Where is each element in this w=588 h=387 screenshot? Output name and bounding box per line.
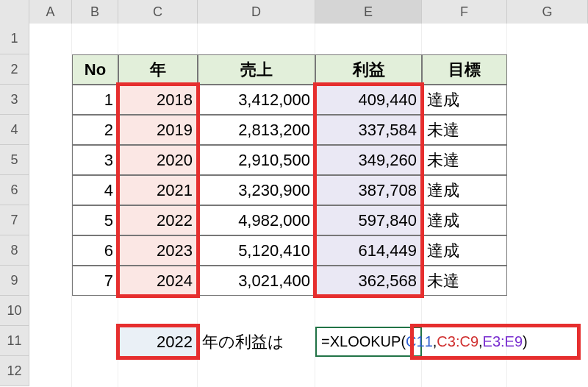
col-header-g[interactable]: G (507, 0, 588, 24)
cell-sales[interactable]: 2,910,500 (198, 145, 315, 175)
cell-no[interactable]: 3 (72, 145, 118, 175)
table-row: 3 2020 2,910,500 349,260 未達 (29, 145, 588, 175)
cell-target[interactable]: 未達 (422, 115, 507, 145)
formula-arg1: C11 (406, 333, 433, 350)
col-header-e[interactable]: E (315, 0, 422, 24)
lookup-row: 2022 年の利益は =XLOOKUP(C11,C3:C9,E3:E9) (29, 327, 588, 357)
row-header-3[interactable]: 3 (0, 85, 29, 115)
cell-profit[interactable]: 349,260 (315, 145, 422, 175)
table-row: 1 2018 3,412,000 409,440 達成 (29, 85, 588, 115)
row-header-12[interactable]: 12 (0, 356, 29, 386)
col-header-d[interactable]: D (198, 0, 315, 24)
cell-d11-label[interactable]: 年の利益は (198, 327, 315, 357)
cell-target[interactable]: 未達 (422, 266, 507, 296)
col-header-b[interactable]: B (72, 0, 118, 24)
cell-sales[interactable]: 5,120,410 (198, 235, 315, 266)
formula-arg2: C3:C9 (437, 333, 478, 350)
cell-profit[interactable]: 614,449 (315, 235, 422, 266)
table-row: 7 2024 3,021,400 362,568 未達 (29, 266, 588, 296)
cell-sales[interactable]: 3,230,900 (198, 175, 315, 205)
table-row: 2 2019 2,813,200 337,584 未達 (29, 115, 588, 145)
formula-arg3: E3:E9 (483, 333, 523, 350)
cell-year[interactable]: 2023 (118, 235, 198, 266)
cell-target[interactable]: 未達 (422, 145, 507, 175)
cell-e11-formula[interactable]: =XLOOKUP(C11,C3:C9,E3:E9) (315, 327, 422, 357)
cell-target[interactable]: 達成 (422, 85, 507, 115)
formula-close: ) (523, 333, 528, 350)
header-year[interactable]: 年 (118, 54, 198, 85)
cell-c11[interactable]: 2022 (118, 327, 198, 357)
cell-no[interactable]: 2 (72, 115, 118, 145)
row-header-11[interactable]: 11 (0, 326, 29, 356)
cell-no[interactable]: 7 (72, 266, 118, 296)
table-row: 6 2023 5,120,410 614,449 達成 (29, 235, 588, 266)
col-header-f[interactable]: F (422, 0, 507, 24)
cell-profit[interactable]: 409,440 (315, 85, 422, 115)
table-row: 5 2022 4,982,000 597,840 達成 (29, 205, 588, 235)
cell-year[interactable]: 2024 (118, 266, 198, 296)
formula-func: =XLOOKUP (321, 333, 401, 350)
cell-profit[interactable]: 337,584 (315, 115, 422, 145)
cell-sales[interactable]: 3,412,000 (198, 85, 315, 115)
header-profit[interactable]: 利益 (315, 54, 422, 85)
row-headers: 1 2 3 4 5 6 7 8 9 10 11 12 (0, 24, 29, 386)
row-header-9[interactable]: 9 (0, 266, 29, 296)
header-no[interactable]: No (72, 54, 118, 85)
cell-target[interactable]: 達成 (422, 235, 507, 266)
cell-year[interactable]: 2021 (118, 175, 198, 205)
column-headers: A B C D E F G (0, 0, 588, 24)
cell-sales[interactable]: 2,813,200 (198, 115, 315, 145)
formula-open: ( (401, 333, 406, 350)
cell-profit[interactable]: 387,708 (315, 175, 422, 205)
row-header-10[interactable]: 10 (0, 296, 29, 326)
row-header-7[interactable]: 7 (0, 205, 29, 235)
cell-sales[interactable]: 4,982,000 (198, 205, 315, 235)
cell-year[interactable]: 2022 (118, 205, 198, 235)
table-header-row: No 年 売上 利益 目標 (29, 54, 588, 85)
row-header-2[interactable]: 2 (0, 54, 29, 85)
spreadsheet: A B C D E F G 1 2 3 4 5 6 7 8 9 10 11 12… (0, 0, 588, 387)
cell-target[interactable]: 達成 (422, 175, 507, 205)
cell-no[interactable]: 5 (72, 205, 118, 235)
grid: No 年 売上 利益 目標 1 2018 3,412,000 409,440 達… (29, 24, 588, 387)
cell-no[interactable]: 1 (72, 85, 118, 115)
cell-profit[interactable]: 362,568 (315, 266, 422, 296)
cell-no[interactable]: 4 (72, 175, 118, 205)
row-header-8[interactable]: 8 (0, 235, 29, 266)
select-all-corner[interactable] (0, 0, 29, 24)
cell-year[interactable]: 2020 (118, 145, 198, 175)
row-header-6[interactable]: 6 (0, 175, 29, 205)
row-header-1[interactable]: 1 (0, 24, 29, 54)
row-header-5[interactable]: 5 (0, 145, 29, 175)
cell-year[interactable]: 2018 (118, 85, 198, 115)
col-header-c[interactable]: C (118, 0, 198, 24)
cell-year[interactable]: 2019 (118, 115, 198, 145)
header-sales[interactable]: 売上 (198, 54, 315, 85)
cell-no[interactable]: 6 (72, 235, 118, 266)
cell-target[interactable]: 達成 (422, 205, 507, 235)
table-row: 4 2021 3,230,900 387,708 達成 (29, 175, 588, 205)
cell-sales[interactable]: 3,021,400 (198, 266, 315, 296)
row-header-4[interactable]: 4 (0, 115, 29, 145)
col-header-a[interactable]: A (29, 0, 72, 24)
header-target[interactable]: 目標 (422, 54, 507, 85)
cell-profit[interactable]: 597,840 (315, 205, 422, 235)
